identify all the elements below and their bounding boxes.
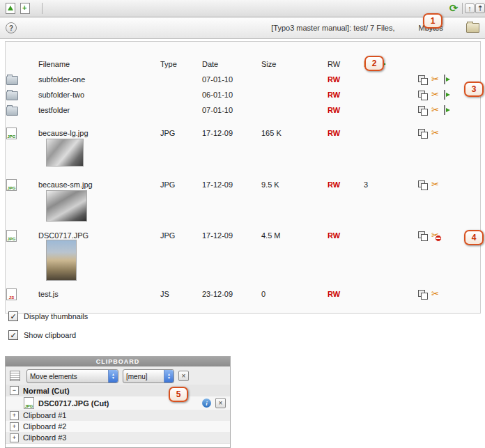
expand-icon[interactable]: + bbox=[10, 433, 19, 442]
clipboard-mode-select[interactable]: Move elements ▲▼ bbox=[26, 369, 118, 383]
clipboard-close-button[interactable]: × bbox=[178, 371, 189, 381]
refresh-icon: ⟳ bbox=[449, 2, 459, 15]
file-date: 17-12-09 bbox=[202, 229, 233, 242]
thumbnail-because-sm[interactable] bbox=[46, 190, 87, 222]
option-show-clipboard: ✓ Show clipboard bbox=[8, 330, 76, 341]
file-type: JPG bbox=[160, 126, 175, 140]
thumbnail-because-lg[interactable] bbox=[46, 139, 84, 167]
collapse-icon[interactable]: − bbox=[10, 386, 19, 395]
file-type: JPG bbox=[160, 229, 175, 242]
upload-file-button[interactable] bbox=[4, 2, 17, 15]
paste-icon bbox=[444, 105, 445, 115]
clipboard-normal-label[interactable]: Normal (Cut) bbox=[23, 387, 70, 395]
callout-1: 1 bbox=[423, 13, 442, 29]
file-name-link[interactable]: because-lg.jpg bbox=[38, 126, 88, 140]
cut-icon: ✂ bbox=[431, 105, 439, 115]
remove-item-button[interactable]: × bbox=[215, 398, 226, 408]
close-icon: × bbox=[219, 399, 223, 407]
file-ref-count[interactable]: 3 bbox=[364, 178, 368, 192]
thumbnail-dsc0717[interactable] bbox=[46, 240, 77, 281]
filelist-page: + ⟳ ↑ ⇡ ? [Typo3 master manual]: test/ 7… bbox=[0, 0, 485, 448]
file-type: JS bbox=[160, 287, 169, 301]
path-text-left: [Typo3 master manual]: test/ 7 Files, bbox=[271, 24, 394, 32]
folder-icon[interactable] bbox=[6, 91, 18, 100]
clipboard-list-icon[interactable] bbox=[10, 371, 20, 381]
paste-into-button[interactable] bbox=[444, 91, 454, 100]
mode-select-value: Move elements bbox=[27, 373, 108, 380]
file-permissions: RW bbox=[328, 229, 340, 242]
column-date[interactable]: Date bbox=[202, 57, 218, 71]
file-name-link[interactable]: test.js bbox=[38, 287, 59, 301]
upload-icon bbox=[6, 3, 15, 14]
callout-2: 2 bbox=[364, 56, 384, 71]
table-row: JS test.js JS 23-12-09 0 RW ✂ bbox=[0, 287, 485, 301]
help-button[interactable]: ? bbox=[6, 22, 17, 33]
cut-button[interactable]: ✂ bbox=[431, 74, 439, 84]
green-plus: + bbox=[22, 4, 26, 12]
file-permissions: RW bbox=[328, 287, 340, 301]
column-filename[interactable]: Filename bbox=[38, 57, 70, 71]
file-date: 07-01-10 bbox=[202, 72, 233, 86]
option-display-thumbnails: ✓ Display thumbnails bbox=[8, 311, 88, 322]
show-clipboard-label: Show clipboard bbox=[24, 331, 76, 339]
callout-5: 5 bbox=[169, 387, 188, 402]
check-icon: ✓ bbox=[10, 331, 16, 340]
clipboard-tab-label[interactable]: Clipboard #1 bbox=[23, 411, 66, 419]
copy-icon-front bbox=[421, 93, 428, 100]
display-thumbnails-checkbox[interactable]: ✓ bbox=[8, 311, 18, 321]
cut-button[interactable]: ✂ bbox=[431, 128, 439, 138]
up-top-button[interactable]: ⇡ bbox=[475, 3, 485, 13]
cut-button[interactable]: ✂ bbox=[431, 288, 439, 299]
file-date: 07-01-10 bbox=[202, 103, 233, 117]
callout-4: 4 bbox=[464, 230, 484, 245]
cut-button[interactable]: ✂ bbox=[431, 89, 439, 100]
copy-icon-front bbox=[421, 183, 428, 190]
clipboard-tab-label[interactable]: Clipboard #3 bbox=[23, 433, 66, 442]
cut-button[interactable]: ✂ bbox=[431, 179, 439, 190]
info-button[interactable]: i bbox=[202, 399, 211, 408]
paste-into-button[interactable] bbox=[444, 106, 454, 116]
cut-button[interactable]: ✂ bbox=[431, 105, 439, 115]
display-thumbnails-label: Display thumbnails bbox=[24, 312, 88, 320]
refresh-button[interactable]: ⟳ bbox=[447, 2, 460, 15]
file-name-link[interactable]: subfolder-one bbox=[38, 72, 85, 86]
clipboard-tab-label[interactable]: Clipboard #2 bbox=[23, 422, 66, 431]
jpg-file-icon[interactable]: JPG bbox=[6, 128, 17, 139]
doc-header: ? [Typo3 master manual]: test/ 7 Files,M… bbox=[0, 17, 485, 39]
jpg-file-icon[interactable]: JPG bbox=[6, 179, 17, 191]
expand-icon[interactable]: + bbox=[10, 411, 19, 420]
jpg-file-icon: JPG bbox=[24, 397, 34, 409]
expand-icon[interactable]: + bbox=[10, 422, 19, 431]
column-rw[interactable]: RW bbox=[328, 57, 340, 71]
js-file-icon[interactable]: JS bbox=[6, 288, 17, 300]
cut-button-active[interactable]: ✂ bbox=[431, 230, 439, 240]
close-icon: × bbox=[182, 372, 186, 380]
new-file-button[interactable]: + bbox=[19, 2, 31, 15]
check-icon: ✓ bbox=[10, 312, 16, 321]
file-date: 23-12-09 bbox=[202, 287, 233, 301]
clipboard-tab-1: + Clipboard #1 bbox=[6, 410, 230, 422]
file-permissions: RW bbox=[328, 103, 340, 117]
file-name-link[interactable]: because-sm.jpg bbox=[38, 178, 93, 192]
jpg-file-icon[interactable]: JPG bbox=[6, 230, 17, 242]
select-stepper-icon: ▲▼ bbox=[108, 370, 118, 383]
column-size[interactable]: Size bbox=[261, 57, 276, 71]
table-row: subfolder-two 06-01-10 RW ✂ bbox=[0, 88, 485, 102]
up-level-button[interactable]: ↑ bbox=[465, 3, 475, 13]
file-name-link[interactable]: subfolder-two bbox=[38, 88, 84, 102]
paste-into-button[interactable] bbox=[444, 75, 454, 85]
clipboard-tab-2: + Clipboard #2 bbox=[6, 421, 230, 433]
show-clipboard-checkbox[interactable]: ✓ bbox=[8, 330, 18, 340]
current-folder-icon[interactable] bbox=[466, 23, 479, 33]
table-row: subfolder-one 07-01-10 RW ✂ bbox=[0, 72, 485, 86]
help-icon: ? bbox=[9, 24, 13, 32]
clipboard-menu-select[interactable]: [menu] ▲▼ bbox=[123, 369, 174, 383]
clipboard-tab-3: + Clipboard #3 bbox=[6, 432, 230, 444]
folder-icon[interactable] bbox=[6, 107, 18, 116]
file-size: 4.5 M bbox=[261, 229, 281, 242]
folder-icon[interactable] bbox=[6, 76, 18, 85]
select-stepper-icon: ▲▼ bbox=[164, 370, 174, 383]
path-info: [Typo3 master manual]: test/ 7 Files,Mby… bbox=[271, 24, 443, 32]
file-name-link[interactable]: testfolder bbox=[38, 103, 70, 117]
column-type[interactable]: Type bbox=[160, 57, 177, 71]
